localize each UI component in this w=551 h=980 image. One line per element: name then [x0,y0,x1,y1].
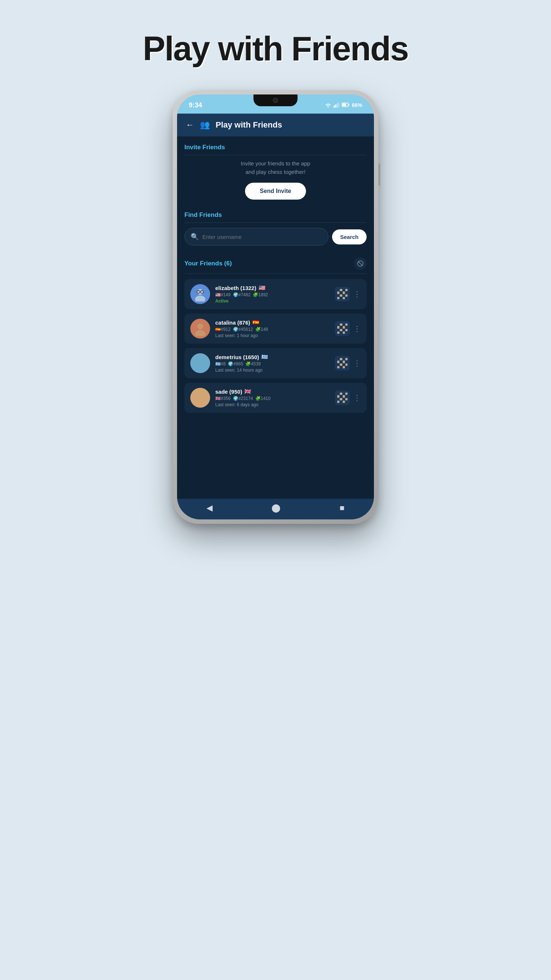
battery-icon [341,102,350,108]
nav-back-button[interactable]: ◀ [206,503,213,513]
search-row: 🔍 Search [184,228,367,245]
svg-rect-0 [333,105,335,108]
friend-flag-demetrius: 🇬🇷 [261,354,268,360]
avatar-catalina [190,319,210,339]
notch [254,94,297,106]
header-title: Play with Friends [216,120,282,130]
search-input-wrapper[interactable]: 🔍 [184,228,329,245]
friend-name-row-elizabeth: elizabeth (1322) 🇺🇸 [215,285,330,291]
no-disturb-icon[interactable] [354,257,367,270]
avatar-demetrius [190,353,210,373]
friends-header: Your Friends (6) [184,257,367,274]
svg-point-17 [195,365,205,371]
chess-board-icon [337,289,348,299]
friend-status-catalina: Last seen: 1 hour ago [215,333,330,338]
search-input[interactable] [202,234,322,240]
find-friends-section: Find Friends 🔍 Search [177,205,374,251]
friend-actions-catalina: ⋮ [335,321,361,336]
avatar-svg-sade [193,390,208,405]
challenge-button-elizabeth[interactable] [335,287,350,301]
phone-mockup: 9:34 [173,90,378,524]
more-menu-sade[interactable]: ⋮ [353,393,361,402]
svg-rect-6 [349,104,349,105]
invite-section: Invite Friends Invite your friends to th… [177,136,374,205]
svg-point-19 [195,399,205,405]
svg-point-14 [197,323,203,329]
block-icon-svg [357,260,364,267]
friend-info-sade: sade (950) 🇬🇧 🇬🇧#356 🌍#23174 🧩1410 Last … [215,388,330,407]
avatar-svg-catalina [193,321,208,336]
app-header: ← 👥 Play with Friends [177,114,374,136]
friend-name-catalina: catalina (876) [215,320,250,326]
friend-flag-catalina: 🇪🇸 [252,319,259,326]
chess-board-icon [337,323,348,334]
battery-svg [341,103,350,107]
svg-point-16 [197,358,203,364]
back-button[interactable]: ← [186,120,194,130]
avatar-sade [190,388,210,408]
invite-description: Invite your friends to the app and play … [184,159,367,176]
avatar-svg-demetrius [193,356,208,371]
friend-stats-catalina: 🇪🇸#912 🌍#45612 🧩148 [215,327,330,332]
friend-name-elizabeth: elizabeth (1322) [215,285,256,291]
friend-name-demetrius: demetrius (1650) [215,354,259,360]
chess-board-icon [337,393,348,403]
signal-icon [333,103,340,108]
send-invite-button[interactable]: Send Invite [245,183,306,200]
friend-status-sade: Last seen: 6 days ago [215,402,330,407]
friend-name-row-demetrius: demetrius (1650) 🇬🇷 [215,354,330,360]
friend-actions-elizabeth: ⋮ [335,287,361,301]
search-icon: 🔍 [191,233,199,241]
friend-name-row-sade: sade (950) 🇬🇧 [215,388,330,395]
svg-rect-1 [335,104,336,108]
friend-stats-sade: 🇬🇧#356 🌍#23174 🧩1410 [215,396,330,401]
challenge-button-catalina[interactable] [335,321,350,336]
search-button[interactable]: Search [332,229,367,245]
svg-line-8 [359,262,362,266]
wifi-icon [325,103,331,108]
friend-info-elizabeth: elizabeth (1322) 🇺🇸 🇺🇸#149 🌍#7482 🧩1892 … [215,285,330,304]
challenge-button-demetrius[interactable] [335,356,350,371]
battery-percent: 66% [352,102,362,108]
nav-home-button[interactable]: ⬤ [272,503,281,513]
phone-outer: 9:34 [173,90,378,524]
svg-point-15 [195,330,205,336]
friend-card-catalina: catalina (876) 🇪🇸 🇪🇸#912 🌍#45612 🧩148 La… [184,313,367,344]
svg-point-10 [195,296,205,301]
more-menu-catalina[interactable]: ⋮ [353,324,361,333]
bottom-nav: ◀ ⬤ ■ [177,499,374,519]
friends-icon: 👥 [200,120,210,130]
avatar-svg-elizabeth [193,287,208,301]
side-button [378,164,380,186]
friend-status-elizabeth: Active [215,299,330,304]
challenge-button-sade[interactable] [335,390,350,405]
find-friends-title: Find Friends [184,212,367,223]
friend-name-row-catalina: catalina (876) 🇪🇸 [215,319,330,326]
svg-rect-5 [342,103,346,106]
phone-screen: 9:34 [177,94,374,519]
friend-card-sade: sade (950) 🇬🇧 🇬🇧#356 🌍#23174 🧩1410 Last … [184,383,367,413]
nav-recent-button[interactable]: ■ [340,503,345,513]
friend-info-demetrius: demetrius (1650) 🇬🇷 🇬🇷#8 🌍#865 🧩4539 Las… [215,354,330,373]
svg-point-18 [197,393,203,398]
app-content: Invite Friends Invite your friends to th… [177,136,374,499]
friend-stats-elizabeth: 🇺🇸#149 🌍#7482 🧩1892 [215,292,330,298]
chess-board-icon [337,358,348,368]
more-menu-demetrius[interactable]: ⋮ [353,359,361,368]
more-menu-elizabeth[interactable]: ⋮ [353,290,361,299]
friends-title: Your Friends (6) [184,260,232,267]
friend-card-elizabeth: elizabeth (1322) 🇺🇸 🇺🇸#149 🌍#7482 🧩1892 … [184,279,367,309]
page-title: Play with Friends [143,29,408,68]
friend-flag-elizabeth: 🇺🇸 [259,285,265,291]
svg-rect-3 [338,103,340,108]
status-time: 9:34 [189,102,202,109]
friend-stats-demetrius: 🇬🇷#8 🌍#865 🧩4539 [215,361,330,366]
friend-status-demetrius: Last seen: 14 hours ago [215,368,330,373]
camera [273,98,278,103]
friend-flag-sade: 🇬🇧 [244,388,251,395]
friends-section: Your Friends (6) [177,251,374,423]
friend-card-demetrius: demetrius (1650) 🇬🇷 🇬🇷#8 🌍#865 🧩4539 Las… [184,348,367,378]
friend-info-catalina: catalina (876) 🇪🇸 🇪🇸#912 🌍#45612 🧩148 La… [215,319,330,338]
avatar-elizabeth [190,284,210,304]
friend-name-sade: sade (950) [215,388,242,395]
